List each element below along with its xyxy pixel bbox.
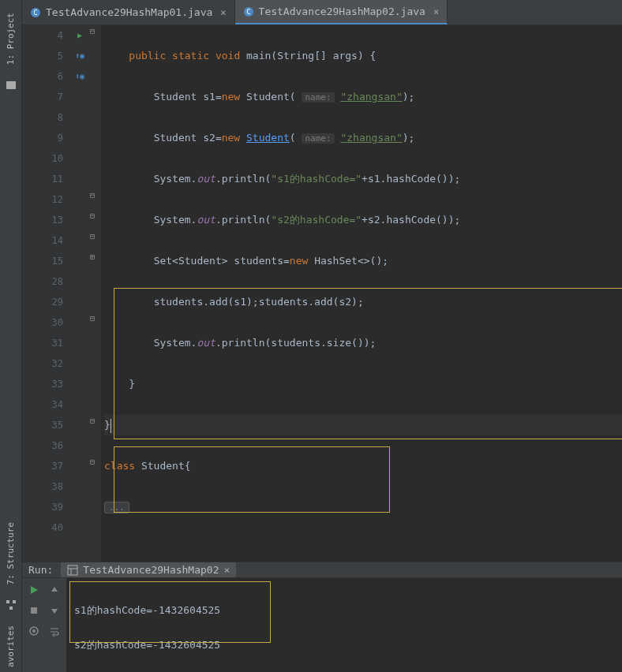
down-button[interactable] xyxy=(46,602,63,619)
svg-text:C: C xyxy=(246,8,250,16)
svg-text:C: C xyxy=(33,9,37,17)
run-gutter-icon[interactable]: ▶ xyxy=(69,25,90,46)
svg-rect-12 xyxy=(31,607,37,614)
layout-icon xyxy=(67,565,78,576)
java-class-icon: C xyxy=(30,7,41,18)
run-tool-window: Run: TestAdvance29HashMap02 × s1的hashCod… xyxy=(22,562,622,672)
text-cursor xyxy=(111,419,111,433)
java-class-icon: C xyxy=(243,6,254,17)
tab-label: TestAdvance29HashMap01.java xyxy=(46,6,212,18)
wrap-button[interactable] xyxy=(46,622,63,640)
code-content[interactable]: public static void main(String[] args) {… xyxy=(101,25,622,562)
tab-file-2[interactable]: C TestAdvance29HashMap02.java × xyxy=(235,0,448,24)
toggle-button[interactable] xyxy=(25,622,43,640)
svg-marker-11 xyxy=(31,586,38,594)
tab-file-1[interactable]: C TestAdvance29HashMap01.java × xyxy=(22,0,235,24)
svg-rect-2 xyxy=(13,600,16,603)
override-gutter-icon[interactable]: ⬆◉ xyxy=(69,46,90,66)
editor-tabs: C TestAdvance29HashMap01.java × C TestAd… xyxy=(22,0,622,25)
close-icon[interactable]: × xyxy=(433,6,439,17)
run-output[interactable]: s1的hashCode=-1432604525 s2的hashCode=-143… xyxy=(66,578,622,672)
tool-window-sidebar: 1: Project 7: Structure avorites xyxy=(0,0,22,672)
svg-rect-1 xyxy=(6,600,9,603)
run-toolbar xyxy=(22,578,66,672)
run-label: Run: xyxy=(28,564,53,576)
structure-icon xyxy=(5,599,17,611)
line-number-gutter: 456 789 101112 131415 282930 313233 3435… xyxy=(22,25,69,562)
close-icon[interactable]: × xyxy=(224,564,230,576)
project-icon xyxy=(5,79,17,91)
close-icon[interactable]: × xyxy=(220,7,226,18)
folded-region[interactable]: ... xyxy=(104,502,129,513)
favorites-tool-button[interactable]: avorites xyxy=(4,622,17,670)
svg-rect-8 xyxy=(68,566,77,575)
override-gutter-icon[interactable]: ⬆◉ xyxy=(69,66,90,87)
gutter-icons: ▶ ⬆◉ ⬆◉ xyxy=(69,25,90,562)
up-button[interactable] xyxy=(46,581,63,599)
rerun-button[interactable] xyxy=(25,581,43,599)
run-config-tab[interactable]: TestAdvance29HashMap02 × xyxy=(61,562,236,577)
fold-gutter: ⊟ ⊟ ⊟ ⊟ ⊞ ⊟ ⊟ ⊟ xyxy=(90,25,101,562)
main-area: C TestAdvance29HashMap01.java × C TestAd… xyxy=(22,0,622,672)
project-tool-button[interactable]: 1: Project xyxy=(4,9,17,68)
run-header: Run: TestAdvance29HashMap02 × xyxy=(22,562,622,578)
svg-point-14 xyxy=(32,629,36,633)
svg-rect-0 xyxy=(6,81,16,89)
structure-tool-button[interactable]: 7: Structure xyxy=(4,519,17,588)
svg-rect-3 xyxy=(9,607,13,610)
stop-button[interactable] xyxy=(25,602,43,619)
tab-label: TestAdvance29HashMap02.java xyxy=(259,6,425,17)
code-editor[interactable]: 456 789 101112 131415 282930 313233 3435… xyxy=(22,25,622,562)
